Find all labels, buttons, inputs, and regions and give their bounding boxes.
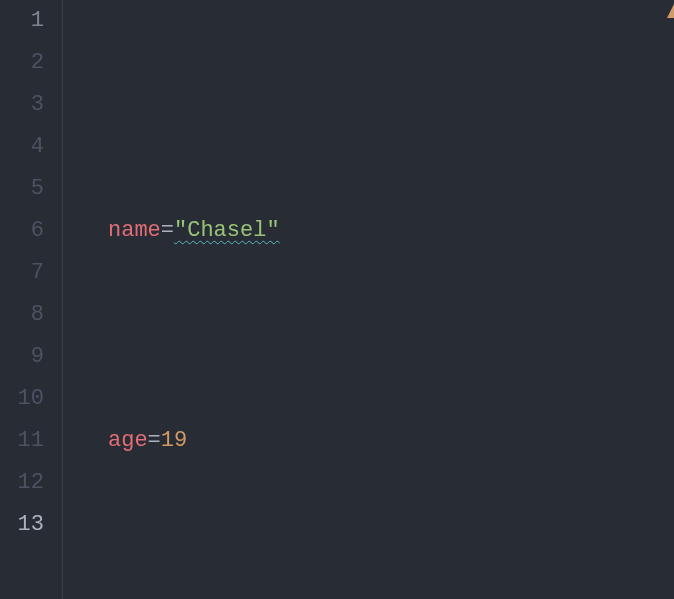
warning-indicator-icon[interactable] bbox=[667, 4, 674, 18]
token-operator: = bbox=[148, 428, 161, 453]
line-number[interactable]: 3 bbox=[0, 84, 44, 126]
line-number[interactable]: 12 bbox=[0, 462, 44, 504]
line-number-gutter[interactable]: 1 2 3 4 5 6 7 8 9 10 11 12 13 bbox=[0, 0, 62, 599]
line-number[interactable]: 1 bbox=[0, 0, 44, 42]
code-editor[interactable]: 1 2 3 4 5 6 7 8 9 10 11 12 13 name="Chas… bbox=[0, 0, 674, 599]
indent-guide bbox=[62, 0, 108, 599]
line-number[interactable]: 2 bbox=[0, 42, 44, 84]
line-number[interactable]: 4 bbox=[0, 126, 44, 168]
line-number[interactable]: 5 bbox=[0, 168, 44, 210]
code-line[interactable]: age=19 bbox=[108, 420, 674, 462]
token-operator: = bbox=[161, 218, 174, 243]
line-number[interactable]: 8 bbox=[0, 294, 44, 336]
line-number[interactable]: 10 bbox=[0, 378, 44, 420]
code-line[interactable]: name="Chasel" bbox=[108, 210, 674, 252]
token-number: 19 bbox=[161, 428, 187, 453]
line-number[interactable]: 13 bbox=[0, 504, 44, 546]
line-number[interactable]: 9 bbox=[0, 336, 44, 378]
line-number[interactable]: 7 bbox=[0, 252, 44, 294]
token-variable: name bbox=[108, 218, 161, 243]
code-area[interactable]: name="Chasel" age=19 print("name",name,"… bbox=[108, 0, 674, 599]
token-string: "Chasel" bbox=[174, 218, 280, 243]
token-variable: age bbox=[108, 428, 148, 453]
line-number[interactable]: 11 bbox=[0, 420, 44, 462]
line-number[interactable]: 6 bbox=[0, 210, 44, 252]
